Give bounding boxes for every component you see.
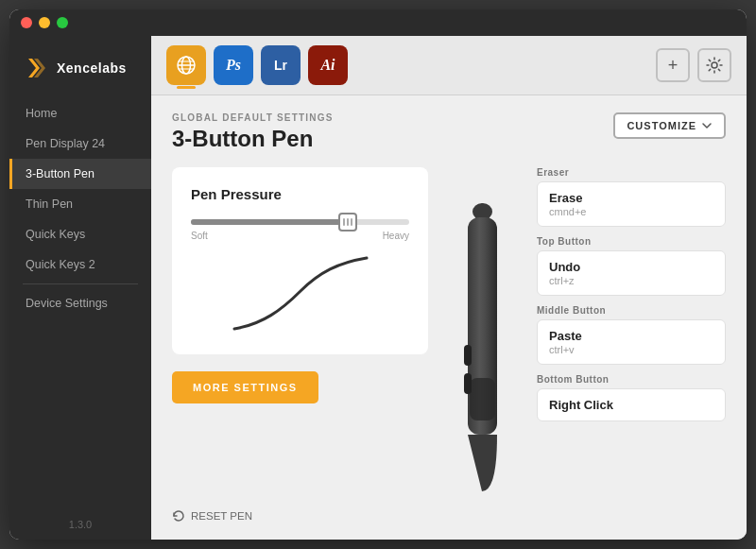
middle-button-label: Middle Button [537, 305, 726, 316]
pen-pressure-title: Pen Pressure [191, 186, 409, 202]
eraser-card[interactable]: Erase cmnd+e [537, 181, 726, 227]
slider-labels: Soft Heavy [191, 231, 409, 241]
top-button-card[interactable]: Undo ctrl+z [537, 250, 726, 296]
slider-thumb[interactable] [338, 213, 357, 232]
page-content: GLOBAL DEFAULT SETTINGS 3-Button Pen CUS… [151, 95, 747, 540]
eraser-label: Eraser [537, 167, 726, 178]
sidebar: Xencelabs Home Pen Display 24 3-Button P… [9, 36, 151, 540]
app-icon-ps[interactable]: Ps [214, 45, 253, 85]
sidebar-nav: Home Pen Display 24 3-Button Pen Thin Pe… [9, 98, 151, 509]
bottom-button-label: Bottom Button [537, 374, 726, 385]
app-icon-global[interactable] [166, 45, 206, 85]
minimize-button[interactable] [39, 17, 50, 28]
gear-icon [706, 57, 723, 74]
sidebar-version: 1.3.0 [9, 509, 151, 540]
svg-rect-12 [464, 373, 472, 394]
title-bar [9, 9, 747, 36]
svg-rect-11 [464, 345, 472, 366]
bottom-button-name: Right Click [549, 398, 713, 412]
slider-max-label: Heavy [383, 231, 409, 241]
page-title: 3-Button Pen [172, 126, 334, 152]
slider-line-3 [351, 218, 352, 226]
more-settings-button[interactable]: MORE SETTINGS [172, 371, 318, 403]
svg-rect-10 [470, 378, 495, 420]
slider-line-1 [343, 218, 345, 226]
settings-button[interactable] [697, 48, 731, 82]
chevron-down-icon [701, 120, 713, 131]
reset-icon [172, 509, 185, 523]
reset-pen-label: RESET PEN [191, 510, 252, 522]
sidebar-item-device-settings[interactable]: Device Settings [9, 288, 151, 318]
eraser-group: Eraser Erase cmnd+e [537, 167, 726, 227]
sidebar-item-quick-keys[interactable]: Quick Keys [9, 219, 151, 249]
sidebar-divider [23, 283, 138, 284]
slider-track[interactable] [191, 219, 409, 225]
sidebar-item-pen-display[interactable]: Pen Display 24 [9, 129, 151, 159]
middle-button-group: Middle Button Paste ctrl+v [537, 305, 726, 365]
app-icon-bar: Ps Lr Ai + [151, 36, 747, 95]
svg-point-7 [712, 62, 717, 68]
slider-line-2 [347, 218, 349, 226]
app-window: Xencelabs Home Pen Display 24 3-Button P… [9, 9, 747, 540]
sidebar-item-quick-keys-2[interactable]: Quick Keys 2 [9, 249, 151, 280]
top-button-label: Top Button [537, 236, 726, 247]
pressure-slider-area: Soft Heavy [191, 219, 409, 241]
middle-button-card[interactable]: Paste ctrl+v [537, 319, 726, 365]
pen-pressure-card: Pen Pressure [172, 167, 428, 354]
settings-label: GLOBAL DEFAULT SETTINGS [172, 112, 334, 123]
top-button-group: Top Button Undo ctrl+z [537, 236, 726, 296]
sidebar-item-home[interactable]: Home [9, 98, 151, 129]
slider-min-label: Soft [191, 231, 208, 241]
top-button-shortcut: ctrl+z [549, 275, 713, 286]
logo-text: Xencelabs [57, 60, 127, 76]
traffic-lights [21, 17, 68, 28]
toolbar-buttons: + [656, 48, 731, 82]
close-button[interactable] [21, 17, 32, 28]
pressure-curve [191, 250, 409, 335]
add-profile-button[interactable]: + [656, 48, 690, 82]
page-header: GLOBAL DEFAULT SETTINGS 3-Button Pen CUS… [172, 112, 726, 152]
app-body: Xencelabs Home Pen Display 24 3-Button P… [9, 36, 747, 540]
customize-label: CUSTOMIZE [627, 120, 696, 131]
bottom-button-group: Bottom Button Right Click [537, 374, 726, 421]
page-header-left: GLOBAL DEFAULT SETTINGS 3-Button Pen [172, 112, 334, 152]
content-area: Pen Pressure [172, 167, 726, 523]
main-content: Ps Lr Ai + [151, 36, 747, 540]
slider-fill [191, 219, 348, 225]
sidebar-item-3button-pen[interactable]: 3-Button Pen [9, 159, 151, 189]
reset-pen-button[interactable]: RESET PEN [172, 498, 428, 523]
customize-button[interactable]: CUSTOMIZE [613, 112, 726, 139]
middle-button-name: Paste [549, 329, 713, 343]
logo-area: Xencelabs [9, 45, 151, 98]
middle-button-shortcut: ctrl+v [549, 344, 713, 355]
global-icon [176, 55, 197, 76]
app-icon-lr[interactable]: Lr [261, 45, 301, 85]
app-icon-ai[interactable]: Ai [308, 45, 348, 85]
eraser-shortcut: cmnd+e [549, 206, 713, 217]
top-button-name: Undo [549, 260, 713, 274]
left-panel: Pen Pressure [172, 167, 428, 523]
pen-svg [456, 198, 508, 491]
bottom-button-card[interactable]: Right Click [537, 388, 726, 421]
slider-thumb-lines [343, 218, 352, 226]
logo-icon [23, 55, 49, 81]
sidebar-item-thin-pen[interactable]: Thin Pen [9, 189, 151, 219]
pen-illustration [447, 167, 518, 523]
app-icons: Ps Lr Ai [166, 45, 348, 85]
right-panel: Eraser Erase cmnd+e Top Button Undo c [537, 167, 726, 523]
eraser-name: Erase [549, 191, 713, 205]
maximize-button[interactable] [57, 17, 68, 28]
pressure-curve-svg [225, 253, 376, 334]
